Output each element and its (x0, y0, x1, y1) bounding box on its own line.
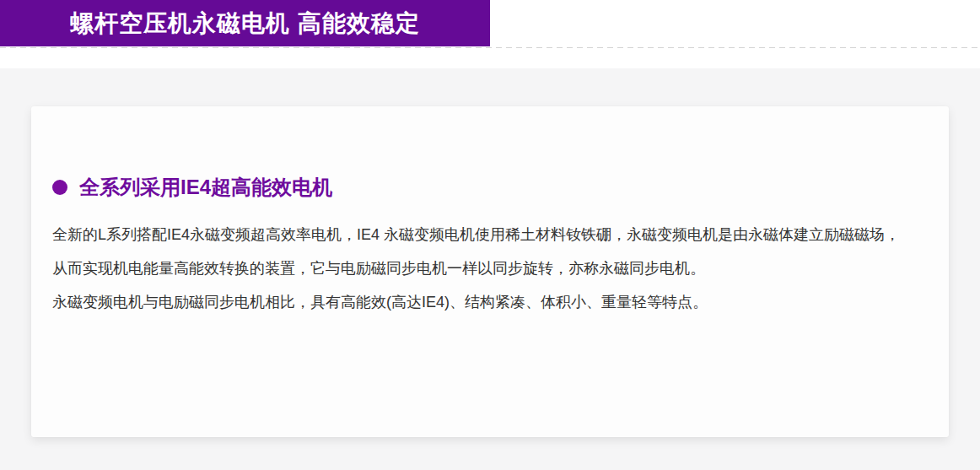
page: { "page": { "background_color": "#f5f5f6… (0, 0, 980, 470)
title-banner: 螺杆空压机永磁电机 高能效稳定 (0, 0, 490, 46)
header-dashed-divider (0, 47, 980, 48)
content-card: 全系列采用IE4超高能效电机 全新的L系列搭配IE4永磁变频超高效率电机，IE4… (31, 106, 949, 437)
body-text-line: 从而实现机电能量高能效转换的装置，它与电励磁同步电机一样以同步旋转，亦称永磁同步… (52, 251, 920, 285)
header-gap (0, 48, 980, 68)
body-text: 全新的L系列搭配IE4永磁变频超高效率电机，IE4 永磁变频电机使用稀土材料钕铁… (52, 218, 920, 319)
body-text-line: 全新的L系列搭配IE4永磁变频超高效率电机，IE4 永磁变频电机使用稀土材料钕铁… (52, 218, 920, 251)
bullet-circle-icon (52, 180, 67, 195)
section-heading: 全系列采用IE4超高能效电机 (52, 177, 920, 197)
section-heading-text: 全系列采用IE4超高能效电机 (79, 177, 332, 197)
body-text-line: 永磁变频电机与电励磁同步电机相比，具有高能效(高达IE4)、结构紧凑、体积小、重… (52, 285, 920, 319)
page-header: 螺杆空压机永磁电机 高能效稳定 (0, 0, 980, 48)
page-title: 螺杆空压机永磁电机 高能效稳定 (70, 8, 420, 40)
content-area: 全系列采用IE4超高能效电机 全新的L系列搭配IE4永磁变频超高效率电机，IE4… (0, 68, 980, 470)
